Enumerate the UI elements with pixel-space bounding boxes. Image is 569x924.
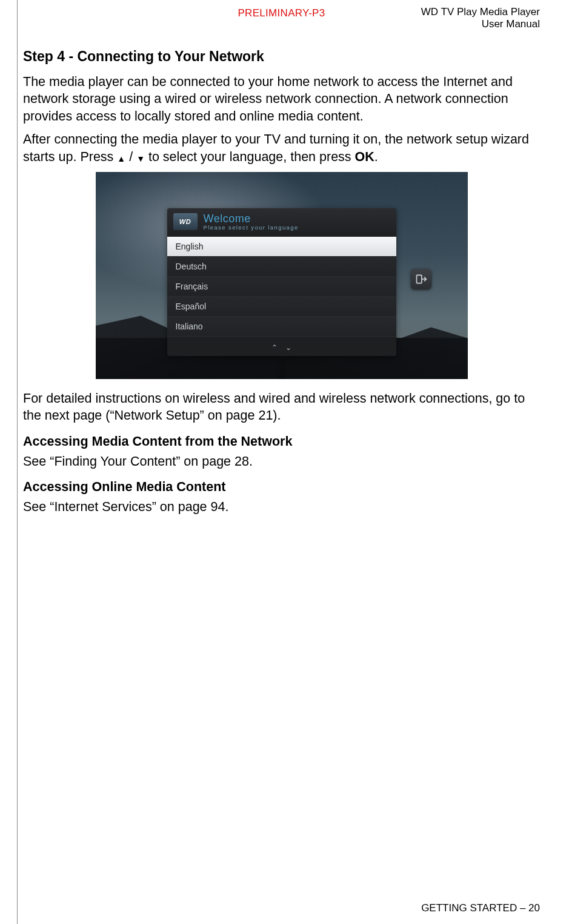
language-option[interactable]: Italiano xyxy=(167,317,396,337)
language-option[interactable]: Français xyxy=(167,277,396,297)
welcome-panel-footer xyxy=(167,338,396,356)
page-header: PRELIMINARY-P3 WD TV Play Media Player U… xyxy=(23,6,540,33)
accessing-online-heading: Accessing Online Media Content xyxy=(23,480,540,495)
doc-title-line1: WD TV Play Media Player xyxy=(421,6,540,18)
arrow-up-icon xyxy=(117,149,125,166)
arrow-down-icon xyxy=(136,149,145,166)
step-para-2: After connecting the media player to you… xyxy=(23,131,540,166)
page-content: Step 4 - Connecting to Your Network The … xyxy=(23,48,540,515)
language-option[interactable]: English xyxy=(167,237,396,257)
footer-sep: – xyxy=(517,902,528,914)
language-list: EnglishDeutschFrançaisEspañolItaliano xyxy=(167,237,396,338)
doc-title: WD TV Play Media Player User Manual xyxy=(421,6,540,30)
caret-down-icon xyxy=(285,342,291,352)
wd-logo-icon: WD xyxy=(173,213,198,230)
step-para-2b: / xyxy=(125,150,136,164)
after-shot-para: For detailed instructions on wireless an… xyxy=(23,390,540,424)
ok-label: OK xyxy=(355,150,374,164)
step-para-1: The media player can be connected to you… xyxy=(23,73,540,125)
doc-title-line2: User Manual xyxy=(421,18,540,30)
welcome-title: Welcome xyxy=(204,213,299,225)
footer-page: 20 xyxy=(528,902,540,914)
step-heading: Step 4 - Connecting to Your Network xyxy=(23,48,540,65)
step-para-2end: . xyxy=(374,150,378,164)
page-left-rule xyxy=(17,0,18,924)
step-para-2c: to select your language, then press xyxy=(145,150,355,164)
footer-section: GETTING STARTED xyxy=(421,902,517,914)
accessing-network-heading: Accessing Media Content from the Network xyxy=(23,434,540,449)
accessing-online-body: See “Internet Services” on page 94. xyxy=(23,498,540,515)
welcome-titles: Welcome Please select your language xyxy=(204,213,299,231)
exit-icon xyxy=(411,269,431,289)
welcome-panel-header: WD Welcome Please select your language xyxy=(167,208,396,237)
welcome-screenshot: WD Welcome Please select your language E… xyxy=(96,172,468,379)
welcome-subtitle: Please select your language xyxy=(204,225,299,231)
caret-up-icon xyxy=(271,342,278,352)
preliminary-tag: PRELIMINARY-P3 xyxy=(238,7,325,19)
svg-rect-0 xyxy=(416,275,421,283)
welcome-panel: WD Welcome Please select your language E… xyxy=(167,208,396,356)
accessing-network-body: See “Finding Your Content” on page 28. xyxy=(23,453,540,470)
language-option[interactable]: Español xyxy=(167,297,396,317)
page-footer: GETTING STARTED – 20 xyxy=(421,902,540,914)
language-option[interactable]: Deutsch xyxy=(167,257,396,277)
